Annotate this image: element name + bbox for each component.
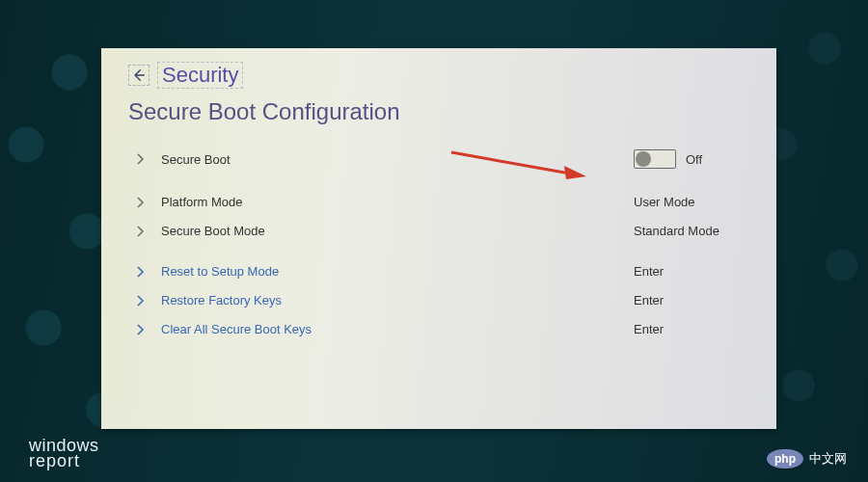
row-reset-setup-mode[interactable]: Reset to Setup Mode Enter (128, 257, 749, 286)
restore-keys-label: Restore Factory Keys (161, 293, 282, 308)
arrow-left-icon (131, 67, 147, 83)
watermark-wr-bottom: report (29, 453, 99, 469)
secure-boot-mode-label: Secure Boot Mode (161, 224, 265, 238)
row-clear-secure-boot-keys[interactable]: Clear All Secure Boot Keys Enter (128, 315, 749, 344)
clear-keys-action: Enter (634, 322, 749, 336)
secure-boot-mode-value: Standard Mode (634, 224, 749, 238)
secure-boot-state: Off (686, 152, 702, 167)
platform-mode-label: Platform Mode (161, 195, 243, 209)
bios-panel: Security Secure Boot Configuration Secur… (101, 48, 776, 429)
reset-setup-action: Enter (634, 264, 749, 279)
chevron-right-icon (134, 323, 148, 336)
secure-boot-toggle[interactable] (634, 149, 676, 169)
toggle-knob (636, 151, 651, 167)
row-secure-boot[interactable]: Secure Boot Off (128, 143, 749, 176)
row-restore-factory-keys[interactable]: Restore Factory Keys Enter (128, 286, 749, 315)
secure-boot-label: Secure Boot (161, 152, 231, 167)
breadcrumb: Security (128, 62, 749, 89)
restore-keys-action: Enter (634, 293, 749, 308)
back-button[interactable] (128, 65, 149, 86)
page-title: Secure Boot Configuration (128, 98, 749, 125)
row-platform-mode[interactable]: Platform Mode User Mode (128, 188, 749, 217)
watermark-windows-report: windows report (29, 438, 99, 469)
secure-boot-toggle-group: Off (634, 149, 749, 169)
chevron-right-icon (134, 196, 148, 209)
chevron-right-icon (134, 294, 148, 308)
chevron-right-icon (134, 152, 148, 166)
platform-mode-value: User Mode (634, 195, 749, 209)
section-title: Security (157, 62, 243, 89)
chevron-right-icon (134, 225, 148, 238)
php-badge: php (767, 449, 803, 469)
php-cn-text: 中文网 (809, 450, 847, 468)
chevron-right-icon (134, 265, 148, 279)
row-secure-boot-mode[interactable]: Secure Boot Mode Standard Mode (128, 217, 749, 246)
clear-keys-label: Clear All Secure Boot Keys (161, 322, 312, 336)
reset-setup-label: Reset to Setup Mode (161, 264, 279, 279)
watermark-php-cn: php 中文网 (767, 449, 847, 469)
